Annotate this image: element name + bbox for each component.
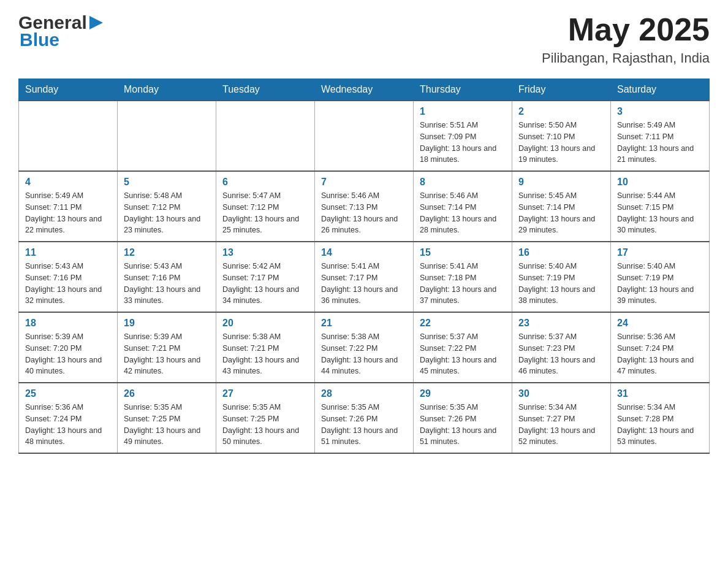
calendar-cell: 13Sunrise: 5:42 AMSunset: 7:17 PMDayligh… [216,242,315,312]
calendar-cell: 18Sunrise: 5:39 AMSunset: 7:20 PMDayligh… [19,312,118,383]
day-info: Sunrise: 5:43 AMSunset: 7:16 PMDaylight:… [124,261,210,307]
svg-marker-0 [89,16,103,29]
day-info: Sunrise: 5:48 AMSunset: 7:12 PMDaylight:… [124,190,210,236]
calendar-day-header: Tuesday [216,79,315,101]
day-info: Sunrise: 5:36 AMSunset: 7:24 PMDaylight:… [25,402,111,448]
calendar-cell: 20Sunrise: 5:38 AMSunset: 7:21 PMDayligh… [216,312,315,383]
day-number: 26 [124,388,210,399]
calendar-cell: 2Sunrise: 5:50 AMSunset: 7:10 PMDaylight… [512,101,611,171]
calendar-cell: 16Sunrise: 5:40 AMSunset: 7:19 PMDayligh… [512,242,611,312]
month-year-title: May 2025 [542,12,710,47]
calendar-cell: 26Sunrise: 5:35 AMSunset: 7:25 PMDayligh… [118,383,216,453]
day-info: Sunrise: 5:44 AMSunset: 7:15 PMDaylight:… [617,190,703,236]
day-number: 20 [222,318,308,329]
calendar-week-row: 18Sunrise: 5:39 AMSunset: 7:20 PMDayligh… [19,312,710,383]
day-number: 27 [222,388,308,399]
calendar-cell: 22Sunrise: 5:37 AMSunset: 7:22 PMDayligh… [414,312,512,383]
day-info: Sunrise: 5:49 AMSunset: 7:11 PMDaylight:… [25,190,111,236]
location-subtitle: Pilibangan, Rajasthan, India [542,50,710,66]
calendar-cell: 7Sunrise: 5:46 AMSunset: 7:13 PMDaylight… [315,171,414,242]
calendar-cell: 19Sunrise: 5:39 AMSunset: 7:21 PMDayligh… [118,312,216,383]
calendar-day-header: Saturday [611,79,710,101]
day-info: Sunrise: 5:41 AMSunset: 7:18 PMDaylight:… [420,261,506,307]
calendar-cell: 11Sunrise: 5:43 AMSunset: 7:16 PMDayligh… [19,242,118,312]
calendar-week-row: 25Sunrise: 5:36 AMSunset: 7:24 PMDayligh… [19,383,710,453]
day-number: 17 [617,247,703,258]
calendar-cell: 17Sunrise: 5:40 AMSunset: 7:19 PMDayligh… [611,242,710,312]
day-info: Sunrise: 5:49 AMSunset: 7:11 PMDaylight:… [617,120,703,166]
day-info: Sunrise: 5:35 AMSunset: 7:26 PMDaylight:… [321,402,407,448]
calendar-table: SundayMondayTuesdayWednesdayThursdayFrid… [18,79,710,454]
logo: General Blue [18,12,103,50]
calendar-day-header: Thursday [414,79,512,101]
day-info: Sunrise: 5:47 AMSunset: 7:12 PMDaylight:… [222,190,308,236]
calendar-week-row: 1Sunrise: 5:51 AMSunset: 7:09 PMDaylight… [19,101,710,171]
day-number: 31 [617,388,703,399]
day-number: 11 [25,247,111,258]
calendar-cell [216,101,315,171]
calendar-header-row: SundayMondayTuesdayWednesdayThursdayFrid… [19,79,710,101]
day-info: Sunrise: 5:36 AMSunset: 7:24 PMDaylight:… [617,331,703,377]
calendar-day-header: Sunday [19,79,118,101]
calendar-cell: 6Sunrise: 5:47 AMSunset: 7:12 PMDaylight… [216,171,315,242]
calendar-cell: 27Sunrise: 5:35 AMSunset: 7:25 PMDayligh… [216,383,315,453]
day-info: Sunrise: 5:40 AMSunset: 7:19 PMDaylight:… [617,261,703,307]
day-info: Sunrise: 5:39 AMSunset: 7:21 PMDaylight:… [124,331,210,377]
day-info: Sunrise: 5:35 AMSunset: 7:25 PMDaylight:… [222,402,308,448]
calendar-cell: 29Sunrise: 5:35 AMSunset: 7:26 PMDayligh… [414,383,512,453]
day-number: 14 [321,247,407,258]
day-number: 6 [222,177,308,188]
day-info: Sunrise: 5:34 AMSunset: 7:28 PMDaylight:… [617,402,703,448]
calendar-cell [19,101,118,171]
day-number: 5 [124,177,210,188]
day-number: 29 [420,388,506,399]
day-number: 24 [617,318,703,329]
calendar-cell: 24Sunrise: 5:36 AMSunset: 7:24 PMDayligh… [611,312,710,383]
calendar-cell [118,101,216,171]
day-info: Sunrise: 5:39 AMSunset: 7:20 PMDaylight:… [25,331,111,377]
calendar-cell: 30Sunrise: 5:34 AMSunset: 7:27 PMDayligh… [512,383,611,453]
day-number: 15 [420,247,506,258]
day-number: 10 [617,177,703,188]
day-number: 16 [518,247,604,258]
day-info: Sunrise: 5:34 AMSunset: 7:27 PMDaylight:… [518,402,604,448]
calendar-cell: 8Sunrise: 5:46 AMSunset: 7:14 PMDaylight… [414,171,512,242]
calendar-cell: 25Sunrise: 5:36 AMSunset: 7:24 PMDayligh… [19,383,118,453]
day-info: Sunrise: 5:40 AMSunset: 7:19 PMDaylight:… [518,261,604,307]
day-number: 30 [518,388,604,399]
day-number: 19 [124,318,210,329]
day-info: Sunrise: 5:38 AMSunset: 7:21 PMDaylight:… [222,331,308,377]
title-block: May 2025 Pilibangan, Rajasthan, India [542,12,710,66]
day-number: 2 [518,106,604,117]
calendar-cell: 3Sunrise: 5:49 AMSunset: 7:11 PMDaylight… [611,101,710,171]
day-number: 12 [124,247,210,258]
day-info: Sunrise: 5:37 AMSunset: 7:23 PMDaylight:… [518,331,604,377]
day-info: Sunrise: 5:37 AMSunset: 7:22 PMDaylight:… [420,331,506,377]
day-info: Sunrise: 5:38 AMSunset: 7:22 PMDaylight:… [321,331,407,377]
day-info: Sunrise: 5:35 AMSunset: 7:26 PMDaylight:… [420,402,506,448]
calendar-cell: 14Sunrise: 5:41 AMSunset: 7:17 PMDayligh… [315,242,414,312]
calendar-week-row: 4Sunrise: 5:49 AMSunset: 7:11 PMDaylight… [19,171,710,242]
day-number: 28 [321,388,407,399]
logo-arrow-icon [89,16,103,32]
day-number: 22 [420,318,506,329]
calendar-day-header: Friday [512,79,611,101]
day-number: 4 [25,177,111,188]
calendar-cell: 12Sunrise: 5:43 AMSunset: 7:16 PMDayligh… [118,242,216,312]
day-info: Sunrise: 5:43 AMSunset: 7:16 PMDaylight:… [25,261,111,307]
day-number: 8 [420,177,506,188]
day-number: 13 [222,247,308,258]
calendar-cell [315,101,414,171]
calendar-week-row: 11Sunrise: 5:43 AMSunset: 7:16 PMDayligh… [19,242,710,312]
day-number: 3 [617,106,703,117]
day-info: Sunrise: 5:51 AMSunset: 7:09 PMDaylight:… [420,120,506,166]
calendar-cell: 10Sunrise: 5:44 AMSunset: 7:15 PMDayligh… [611,171,710,242]
day-info: Sunrise: 5:46 AMSunset: 7:14 PMDaylight:… [420,190,506,236]
day-info: Sunrise: 5:42 AMSunset: 7:17 PMDaylight:… [222,261,308,307]
day-info: Sunrise: 5:46 AMSunset: 7:13 PMDaylight:… [321,190,407,236]
calendar-cell: 23Sunrise: 5:37 AMSunset: 7:23 PMDayligh… [512,312,611,383]
day-number: 7 [321,177,407,188]
calendar-cell: 4Sunrise: 5:49 AMSunset: 7:11 PMDaylight… [19,171,118,242]
calendar-cell: 9Sunrise: 5:45 AMSunset: 7:14 PMDaylight… [512,171,611,242]
day-info: Sunrise: 5:41 AMSunset: 7:17 PMDaylight:… [321,261,407,307]
